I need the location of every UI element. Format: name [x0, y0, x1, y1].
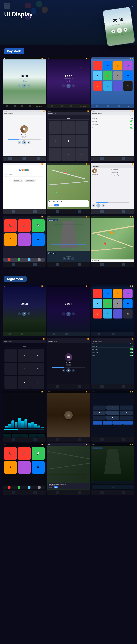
- nav-8-1[interactable]: [56, 210, 60, 214]
- night-bt-next[interactable]: ⏭: [72, 369, 75, 372]
- key-2[interactable]: 2: [62, 121, 75, 134]
- app-maps[interactable]: 🗺: [103, 61, 112, 70]
- night-carplay-phone[interactable]: 📞: [4, 447, 17, 460]
- night-app-waze[interactable]: 🗺: [123, 299, 132, 308]
- nav-arrow-tl[interactable]: [93, 406, 106, 410]
- night-key-4[interactable]: 4: [4, 362, 17, 376]
- night-nav-20-2[interactable]: [78, 438, 81, 441]
- night-nav-18-1[interactable]: [100, 385, 104, 388]
- nav-arrow-tr[interactable]: [120, 406, 133, 410]
- night-auto-answer-toggle[interactable]: [130, 348, 133, 350]
- night-go-btn[interactable]: GO: [54, 486, 58, 488]
- night-prev-2[interactable]: ⏮: [62, 312, 65, 316]
- night-carplay-spotify[interactable]: ♫: [18, 461, 31, 474]
- night-app-youtube[interactable]: ▶: [103, 309, 112, 318]
- nav-11-2[interactable]: [78, 263, 81, 266]
- night-btn-1[interactable]: ◀: [93, 421, 102, 424]
- app-nav[interactable]: ⬆: [93, 71, 102, 80]
- night-icon-2[interactable]: [12, 434, 20, 436]
- social-play[interactable]: ⏸: [96, 204, 100, 208]
- nav-6-1[interactable]: [100, 157, 104, 160]
- night-btn-2[interactable]: ▶▶: [103, 421, 112, 424]
- app-camera[interactable]: 📷: [123, 81, 132, 90]
- night-app-nav[interactable]: ⬆: [93, 299, 102, 308]
- next-btn[interactable]: ⏭: [123, 28, 128, 32]
- social-next[interactable]: ⏭: [102, 204, 105, 207]
- nav-arrow-bl[interactable]: [93, 416, 106, 420]
- night-key-2[interactable]: 2: [18, 349, 31, 362]
- night-nav-18-2[interactable]: [122, 385, 125, 388]
- night-carplay-music[interactable]: 🎵: [18, 447, 31, 460]
- np-prev[interactable]: ⏮: [63, 257, 66, 260]
- key-8[interactable]: 8: [62, 148, 75, 161]
- nav-arrow-right[interactable]: ▶: [120, 410, 133, 415]
- bt-next[interactable]: ⏭: [28, 141, 30, 144]
- key-3[interactable]: 3: [76, 121, 88, 134]
- nav-8-2[interactable]: [78, 210, 81, 214]
- night-auto-connect-toggle[interactable]: [130, 352, 133, 353]
- night-app-music[interactable]: 🎵: [113, 289, 122, 298]
- app-waze[interactable]: 🗺: [123, 71, 132, 80]
- night-nav-21-2[interactable]: [122, 438, 125, 441]
- dock-home[interactable]: [38, 258, 40, 261]
- app-youtube[interactable]: ▶: [103, 81, 112, 90]
- play-btn[interactable]: ⏸: [116, 28, 122, 34]
- night-nav-24-1[interactable]: [100, 491, 104, 494]
- night-btn-3[interactable]: +: [113, 421, 123, 424]
- nav-11-1[interactable]: [56, 263, 60, 266]
- night-app-radio[interactable]: 📻: [93, 309, 102, 318]
- night-btn-4[interactable]: -: [123, 421, 133, 424]
- next-2[interactable]: ⏭: [72, 84, 75, 88]
- key-5[interactable]: 5: [62, 135, 75, 148]
- app-carplay[interactable]: 🍎: [103, 71, 112, 80]
- nav-phone[interactable]: [8, 157, 12, 160]
- auto-connect-toggle[interactable]: [130, 124, 133, 125]
- carplay-podcasts[interactable]: 🎙: [4, 233, 17, 246]
- app-phone[interactable]: 📞: [93, 61, 102, 70]
- night-nav-23-2[interactable]: [78, 491, 81, 494]
- nav-music[interactable]: [22, 157, 26, 160]
- nav-7-2[interactable]: [33, 210, 37, 213]
- night-icon-3[interactable]: [20, 434, 28, 436]
- night-nav-22-1[interactable]: [12, 491, 15, 494]
- night-nav-19-1[interactable]: [12, 438, 15, 441]
- bt-prev[interactable]: ⏮: [18, 141, 21, 144]
- night-dock-maps[interactable]: [28, 486, 30, 489]
- night-key-6[interactable]: 6: [31, 362, 44, 376]
- night-bt-prev[interactable]: ⏮: [62, 369, 65, 372]
- carplay-messages[interactable]: 💬: [32, 219, 44, 232]
- night-key-1[interactable]: 1: [4, 349, 17, 362]
- night-dock-messages[interactable]: [18, 486, 20, 489]
- nav-9-1[interactable]: [100, 210, 104, 213]
- nav-9-2[interactable]: [122, 210, 125, 213]
- nav-arrow-ok[interactable]: OK: [106, 410, 119, 415]
- np-next[interactable]: ⏭: [71, 257, 74, 260]
- night-carplay-waze[interactable]: 🗺: [32, 461, 44, 474]
- next-1[interactable]: ⏭: [28, 84, 30, 87]
- carplay-music[interactable]: 🎵: [18, 219, 31, 232]
- bt-play[interactable]: ▶: [22, 140, 26, 144]
- night-app-bt[interactable]: 🔵: [123, 289, 132, 298]
- carplay-waze[interactable]: 🗺: [32, 233, 44, 246]
- night-next-1[interactable]: ⏭: [28, 312, 30, 315]
- dock-maps[interactable]: [28, 258, 30, 261]
- night-app-maps[interactable]: 🗺: [103, 289, 112, 298]
- night-dock-home[interactable]: [38, 486, 40, 489]
- nav-12-2[interactable]: [122, 263, 125, 266]
- app-radio[interactable]: 📻: [93, 81, 102, 90]
- night-nav-21-1[interactable]: [100, 438, 104, 441]
- night-play-1[interactable]: ⏸: [22, 312, 26, 316]
- nav-nav[interactable]: [37, 157, 40, 160]
- np-play[interactable]: ▶: [67, 257, 70, 260]
- night-nav-17-1[interactable]: [56, 385, 60, 388]
- night-key-9[interactable]: 9: [31, 376, 44, 389]
- night-np-next[interactable]: ⏭: [114, 487, 116, 488]
- night-carplay-messages[interactable]: 💬: [32, 447, 44, 460]
- night-nav-24-2[interactable]: [122, 491, 125, 494]
- google-search-btn[interactable]: Google Search: [13, 179, 23, 182]
- key-6[interactable]: 6: [76, 135, 88, 148]
- nav-arrow-left[interactable]: ◀: [93, 410, 106, 415]
- nav-7-1[interactable]: [12, 210, 15, 213]
- key-1[interactable]: 1: [49, 121, 62, 134]
- night-app-camera[interactable]: 📷: [123, 309, 132, 318]
